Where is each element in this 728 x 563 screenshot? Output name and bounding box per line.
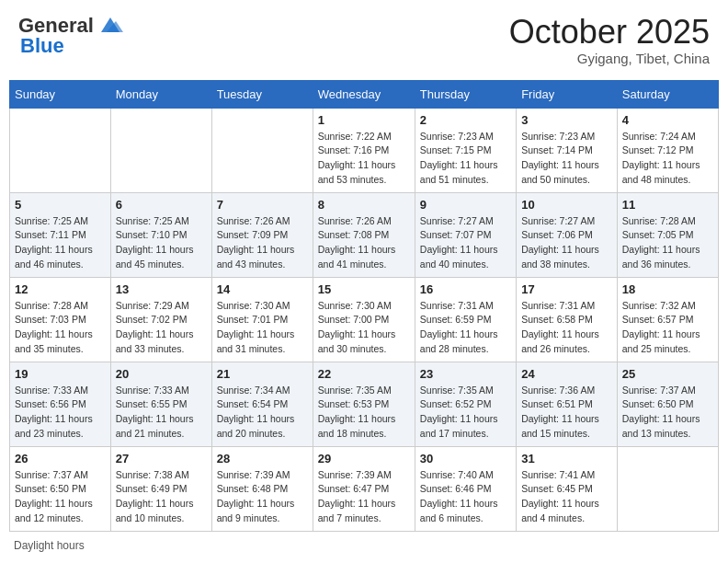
day-info: Sunrise: 7:37 AMSunset: 6:50 PMDaylight:… bbox=[15, 468, 106, 526]
day-number: 16 bbox=[420, 282, 511, 296]
day-info: Sunrise: 7:28 AMSunset: 7:03 PMDaylight:… bbox=[15, 299, 106, 357]
calendar-cell: 22Sunrise: 7:35 AMSunset: 6:53 PMDayligh… bbox=[313, 362, 415, 446]
calendar-cell bbox=[110, 108, 211, 192]
calendar-cell: 7Sunrise: 7:26 AMSunset: 7:09 PMDaylight… bbox=[211, 192, 313, 277]
day-number: 23 bbox=[420, 367, 511, 381]
day-number: 19 bbox=[15, 367, 106, 381]
calendar-cell: 5Sunrise: 7:25 AMSunset: 7:11 PMDaylight… bbox=[10, 192, 111, 277]
day-number: 3 bbox=[521, 113, 612, 127]
calendar-cell: 4Sunrise: 7:24 AMSunset: 7:12 PMDaylight… bbox=[617, 108, 718, 192]
calendar-week-row: 1Sunrise: 7:22 AMSunset: 7:16 PMDaylight… bbox=[10, 108, 719, 192]
calendar-cell: 16Sunrise: 7:31 AMSunset: 6:59 PMDayligh… bbox=[415, 277, 516, 362]
logo: General Blue bbox=[18, 14, 123, 58]
calendar-cell: 6Sunrise: 7:25 AMSunset: 7:10 PMDaylight… bbox=[110, 192, 211, 277]
day-number: 12 bbox=[15, 282, 106, 296]
calendar-cell: 17Sunrise: 7:31 AMSunset: 6:58 PMDayligh… bbox=[517, 277, 618, 362]
day-number: 27 bbox=[116, 452, 207, 465]
day-info: Sunrise: 7:38 AMSunset: 6:49 PMDaylight:… bbox=[116, 468, 207, 526]
day-number: 26 bbox=[15, 452, 106, 465]
day-info: Sunrise: 7:22 AMSunset: 7:16 PMDaylight:… bbox=[318, 130, 410, 188]
calendar-header-row: SundayMondayTuesdayWednesdayThursdayFrid… bbox=[10, 80, 719, 108]
calendar-cell: 15Sunrise: 7:30 AMSunset: 7:00 PMDayligh… bbox=[313, 277, 415, 362]
title-block: October 2025 Gyigang, Tibet, China bbox=[509, 14, 710, 66]
day-info: Sunrise: 7:40 AMSunset: 6:46 PMDaylight:… bbox=[420, 468, 511, 526]
day-info: Sunrise: 7:31 AMSunset: 6:58 PMDaylight:… bbox=[521, 299, 612, 357]
calendar-cell: 26Sunrise: 7:37 AMSunset: 6:50 PMDayligh… bbox=[10, 446, 111, 531]
day-number: 1 bbox=[318, 113, 410, 127]
day-info: Sunrise: 7:39 AMSunset: 6:48 PMDaylight:… bbox=[217, 468, 308, 526]
calendar-week-row: 5Sunrise: 7:25 AMSunset: 7:11 PMDaylight… bbox=[10, 192, 719, 277]
day-number: 5 bbox=[15, 198, 106, 212]
day-number: 29 bbox=[318, 452, 410, 465]
calendar-cell: 29Sunrise: 7:39 AMSunset: 6:47 PMDayligh… bbox=[313, 446, 415, 531]
day-info: Sunrise: 7:27 AMSunset: 7:06 PMDaylight:… bbox=[521, 214, 612, 272]
day-info: Sunrise: 7:39 AMSunset: 6:47 PMDaylight:… bbox=[318, 468, 410, 526]
day-info: Sunrise: 7:34 AMSunset: 6:54 PMDaylight:… bbox=[217, 384, 308, 442]
calendar-cell: 11Sunrise: 7:28 AMSunset: 7:05 PMDayligh… bbox=[617, 192, 718, 277]
calendar-cell: 23Sunrise: 7:35 AMSunset: 6:52 PMDayligh… bbox=[415, 362, 516, 446]
calendar-cell: 10Sunrise: 7:27 AMSunset: 7:06 PMDayligh… bbox=[517, 192, 618, 277]
day-number: 30 bbox=[420, 452, 511, 465]
logo-blue-text: Blue bbox=[20, 34, 64, 58]
calendar-cell: 21Sunrise: 7:34 AMSunset: 6:54 PMDayligh… bbox=[211, 362, 313, 446]
calendar-cell: 18Sunrise: 7:32 AMSunset: 6:57 PMDayligh… bbox=[617, 277, 718, 362]
day-of-week-header: Saturday bbox=[617, 80, 718, 108]
day-info: Sunrise: 7:31 AMSunset: 6:59 PMDaylight:… bbox=[420, 299, 511, 357]
day-number: 21 bbox=[217, 367, 308, 381]
calendar-week-row: 26Sunrise: 7:37 AMSunset: 6:50 PMDayligh… bbox=[10, 446, 719, 531]
day-of-week-header: Wednesday bbox=[313, 80, 415, 108]
day-of-week-header: Sunday bbox=[10, 80, 111, 108]
day-info: Sunrise: 7:41 AMSunset: 6:45 PMDaylight:… bbox=[521, 468, 612, 526]
calendar-cell bbox=[617, 446, 718, 531]
logo-icon bbox=[97, 16, 123, 36]
calendar-cell: 24Sunrise: 7:36 AMSunset: 6:51 PMDayligh… bbox=[517, 362, 618, 446]
calendar-cell: 8Sunrise: 7:26 AMSunset: 7:08 PMDaylight… bbox=[313, 192, 415, 277]
day-info: Sunrise: 7:35 AMSunset: 6:53 PMDaylight:… bbox=[318, 384, 410, 442]
location-subtitle: Gyigang, Tibet, China bbox=[509, 51, 710, 66]
day-number: 31 bbox=[521, 452, 612, 465]
day-of-week-header: Thursday bbox=[415, 80, 516, 108]
day-info: Sunrise: 7:26 AMSunset: 7:09 PMDaylight:… bbox=[217, 214, 308, 272]
day-number: 11 bbox=[622, 198, 713, 212]
calendar-cell: 13Sunrise: 7:29 AMSunset: 7:02 PMDayligh… bbox=[110, 277, 211, 362]
calendar-week-row: 19Sunrise: 7:33 AMSunset: 6:56 PMDayligh… bbox=[10, 362, 719, 446]
calendar-cell: 19Sunrise: 7:33 AMSunset: 6:56 PMDayligh… bbox=[10, 362, 111, 446]
day-info: Sunrise: 7:32 AMSunset: 6:57 PMDaylight:… bbox=[622, 299, 713, 357]
day-of-week-header: Tuesday bbox=[211, 80, 313, 108]
day-number: 14 bbox=[217, 282, 308, 296]
page-header: General Blue October 2025 Gyigang, Tibet… bbox=[9, 9, 719, 71]
calendar-cell: 27Sunrise: 7:38 AMSunset: 6:49 PMDayligh… bbox=[110, 446, 211, 531]
calendar-cell bbox=[211, 108, 313, 192]
day-number: 17 bbox=[521, 282, 612, 296]
day-number: 22 bbox=[318, 367, 410, 381]
calendar-cell: 12Sunrise: 7:28 AMSunset: 7:03 PMDayligh… bbox=[10, 277, 111, 362]
day-number: 24 bbox=[521, 367, 612, 381]
month-title: October 2025 bbox=[509, 14, 710, 51]
day-info: Sunrise: 7:29 AMSunset: 7:02 PMDaylight:… bbox=[116, 299, 207, 357]
calendar-cell: 20Sunrise: 7:33 AMSunset: 6:55 PMDayligh… bbox=[110, 362, 211, 446]
day-number: 18 bbox=[622, 282, 713, 296]
day-info: Sunrise: 7:25 AMSunset: 7:11 PMDaylight:… bbox=[15, 214, 106, 272]
day-number: 4 bbox=[622, 113, 713, 127]
calendar-week-row: 12Sunrise: 7:28 AMSunset: 7:03 PMDayligh… bbox=[10, 277, 719, 362]
day-info: Sunrise: 7:30 AMSunset: 7:00 PMDaylight:… bbox=[318, 299, 410, 357]
day-number: 8 bbox=[318, 198, 410, 212]
day-number: 7 bbox=[217, 198, 308, 212]
footer-note: Daylight hours bbox=[9, 539, 719, 552]
day-number: 20 bbox=[116, 367, 207, 381]
day-number: 13 bbox=[116, 282, 207, 296]
day-number: 10 bbox=[521, 198, 612, 212]
day-number: 6 bbox=[116, 198, 207, 212]
day-number: 9 bbox=[420, 198, 511, 212]
day-info: Sunrise: 7:26 AMSunset: 7:08 PMDaylight:… bbox=[318, 214, 410, 272]
day-number: 2 bbox=[420, 113, 511, 127]
day-info: Sunrise: 7:27 AMSunset: 7:07 PMDaylight:… bbox=[420, 214, 511, 272]
day-info: Sunrise: 7:23 AMSunset: 7:14 PMDaylight:… bbox=[521, 130, 612, 188]
day-number: 15 bbox=[318, 282, 410, 296]
day-info: Sunrise: 7:36 AMSunset: 6:51 PMDaylight:… bbox=[521, 384, 612, 442]
day-info: Sunrise: 7:28 AMSunset: 7:05 PMDaylight:… bbox=[622, 214, 713, 272]
calendar-cell bbox=[10, 108, 111, 192]
day-info: Sunrise: 7:24 AMSunset: 7:12 PMDaylight:… bbox=[622, 130, 713, 188]
calendar-cell: 25Sunrise: 7:37 AMSunset: 6:50 PMDayligh… bbox=[617, 362, 718, 446]
day-info: Sunrise: 7:23 AMSunset: 7:15 PMDaylight:… bbox=[420, 130, 511, 188]
